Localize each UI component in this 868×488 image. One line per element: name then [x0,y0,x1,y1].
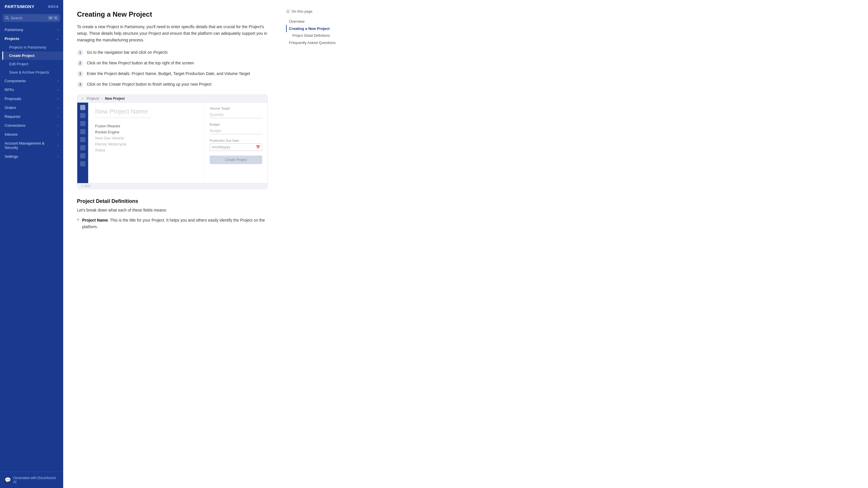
step-num-3: 3 [77,71,83,77]
mock-project-name-input: New Project Name [95,108,151,118]
mock-volume-input: Quantity [210,111,262,118]
mock-budget-input: Budget [210,127,262,134]
sidebar-item-create-project[interactable]: Create Project [2,52,63,60]
step-text-1: Go to the navigation bar and click on Pr… [87,49,168,55]
mock-volume-label: Volume Target [210,107,262,110]
sidebar-header: PARTSIMONY DOCS [0,0,63,13]
nav-section: Partsimony › Projects ⌄ Projects in Part… [0,25,63,162]
toc-item-overview[interactable]: Overview [286,18,340,25]
toc-item-creating[interactable]: Creating a New Project [286,25,340,32]
mock-sidebar-icon-4 [80,137,85,142]
toc-header: ☰ On this page [286,9,340,14]
step-num-2: 2 [77,60,83,66]
steps-list: 1 Go to the navigation bar and click on … [77,49,268,88]
step-num-1: 1 [77,50,83,56]
bullet-dot [77,219,79,221]
mock-create-project-button: Create Project [210,155,262,164]
intro-paragraph: To create a new Project in Partsimony, y… [77,24,268,44]
bullet-text-project-name: Project Name: This is the title for your… [82,217,268,230]
main-area: Creating a New Project To create a new P… [63,0,868,488]
mock-date-label: Production Due Date [210,139,262,142]
screenshot-mock: + Projects › New Project New Project [77,94,268,189]
page-title: Creating a New Project [77,10,268,19]
sidebar-item-projects-in-partsimony[interactable]: Projects in Partsimony [2,43,63,52]
sidebar-item-edit-project[interactable]: Edit Project [2,60,63,68]
sidebar-item-components[interactable]: Components › [0,77,63,85]
chevron-icon: › [58,97,59,100]
mock-project-robot: Robot [95,147,197,153]
mock-sidebar-icon-3 [80,129,85,134]
section2-intro: Let's break down what each of these fiel… [77,208,268,212]
step-4: 4 Click on the Create Project button to … [77,81,268,88]
search-input[interactable] [11,16,48,20]
sidebar-item-account-management[interactable]: Account Management & Security › [0,139,63,152]
section2-title: Project Detail Definitions [77,198,268,204]
chevron-icon: › [58,106,59,109]
chevron-icon: › [58,79,59,83]
mock-sidebar-icon-home [80,105,85,110]
sidebar: PARTSIMONY DOCS ⌘ K Partsimony › Project… [0,0,63,488]
mock-date-group: Production Due Date mm/dd/yyyy 📅 [210,139,262,151]
sidebar-item-partsimony[interactable]: Partsimony › [0,25,63,34]
chevron-icon: › [58,133,59,136]
mock-breadcrumb-current: New Project [105,96,125,101]
mock-sidebar-icon-1 [80,113,85,118]
search-icon [5,16,9,20]
search-shortcut: ⌘ K [48,16,58,20]
step-num-4: 4 [77,81,83,88]
sidebar-item-save-archive-projects[interactable]: Save & Archive Projects [2,68,63,77]
mock-top-bar: + Projects › New Project [77,95,268,103]
mock-sidebar-icon-2 [80,121,85,126]
sidebar-item-settings[interactable]: Settings › [0,152,63,161]
chevron-down-icon: ⌄ [56,37,59,40]
mock-breadcrumb-projects: Projects [87,96,99,101]
step-text-2: Click on the New Project button at the t… [87,60,194,66]
mock-form-side: Volume Target Quantity Budget Budget Pro… [204,103,268,183]
projects-sub-nav: Projects in Partsimony Create Project Ed… [0,43,63,77]
sidebar-item-proposals[interactable]: Proposals › [0,94,63,103]
toc-item-faq[interactable]: Frequently Asked Questions [286,39,340,46]
mock-footer: © 2024 [77,183,268,189]
calendar-icon: 📅 [256,145,260,149]
sidebar-logo: PARTSIMONY [5,4,34,9]
sidebar-item-projects[interactable]: Projects ⌄ [0,34,63,43]
step-text-3: Enter the Project details: Project Name,… [87,70,250,77]
mock-project-rocket: Rocket Engine [95,129,197,135]
mock-budget-label: Budget [210,123,262,126]
chevron-icon: › [58,88,59,91]
mock-breadcrumb-arrow: › [101,96,102,101]
svg-line-1 [8,19,9,20]
mock-project-nextgen: Next Gen Vehicle [95,135,197,141]
step-text-4: Click on the Create Project button to fi… [87,81,211,87]
mock-sidebar-icon-6 [80,153,85,159]
docs-hound-icon: 💬 [5,477,11,483]
sidebar-item-rfps[interactable]: RFPs › [0,85,63,94]
sidebar-item-orders[interactable]: Orders › [0,103,63,112]
sidebar-item-inboxes[interactable]: Inboxes › [0,130,63,139]
step-3: 3 Enter the Project details: Project Nam… [77,70,268,77]
sidebar-item-connections[interactable]: Connections › [0,121,63,130]
mock-project-list: Fusion Reactor Rocket Engine Next Gen Ve… [95,123,197,153]
bullet-project-name: Project Name: This is the title for your… [77,217,268,230]
toc-item-project-detail[interactable]: Project Detail Definitions [286,32,340,39]
mock-sidebar-icon-5 [80,145,85,150]
mock-budget-group: Budget Budget [210,123,262,134]
mock-sidebar-icon-7 [80,161,85,166]
step-2: 2 Click on the New Project button at the… [77,60,268,66]
mock-volume-group: Volume Target Quantity [210,107,262,118]
chevron-icon: › [58,124,59,127]
chevron-icon: › [58,28,59,31]
mock-main-content: New Project Name Fusion Reactor Rocket E… [88,103,204,183]
chevron-icon: › [58,115,59,118]
search-bar[interactable]: ⌘ K [3,14,60,22]
chevron-icon: › [58,144,59,147]
sidebar-footer: 💬 Generated with DocsHound AI [0,471,63,488]
content-area: Creating a New Project To create a new P… [63,0,281,488]
step-1: 1 Go to the navigation bar and click on … [77,49,268,56]
toc-lines-icon: ☰ [286,9,290,14]
mock-body: New Project Name Fusion Reactor Rocket E… [77,103,268,183]
mock-project-fusion: Fusion Reactor [95,123,197,129]
table-of-contents: ☰ On this page Overview Creating a New P… [281,0,345,488]
mock-date-input: mm/dd/yyyy 📅 [210,143,262,151]
sidebar-item-requests[interactable]: Requests › [0,112,63,121]
